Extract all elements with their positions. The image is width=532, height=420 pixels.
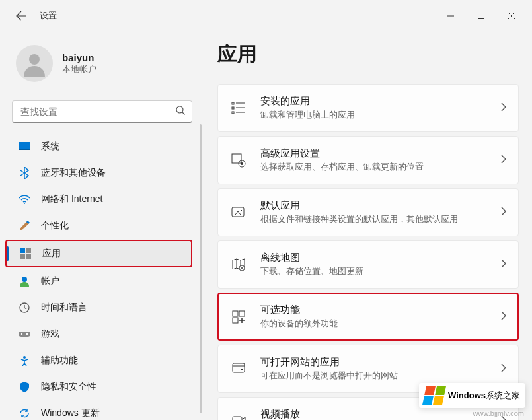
search-input[interactable]: [13, 106, 169, 117]
svg-rect-22: [232, 207, 244, 217]
sidebar-item-personalization[interactable]: 个性化: [5, 213, 192, 238]
card-text: 默认应用 根据文件和链接种类设置的默认应用，其他默认应用: [260, 199, 488, 225]
user-info: baiyun 本地帐户: [62, 52, 96, 75]
maximize-button[interactable]: [466, 5, 496, 26]
card-offline-maps[interactable]: 离线地图 下载、存储位置、地图更新: [217, 240, 519, 289]
update-icon: [19, 407, 30, 419]
svg-rect-17: [232, 107, 234, 109]
website-icon: [230, 361, 247, 378]
svg-point-1: [29, 54, 40, 65]
titlebar-left: 设置: [5, 8, 57, 24]
chevron-right-icon: [501, 155, 506, 166]
card-default-apps[interactable]: 默认应用 根据文件和链接种类设置的默认应用，其他默认应用: [217, 188, 519, 236]
sidebar-item-network[interactable]: 网络和 Internet: [5, 187, 192, 212]
window-controls: [436, 5, 527, 26]
shield-icon: [19, 381, 30, 393]
card-text: 高级应用设置 选择获取应用、存档应用、卸载更新的位置: [260, 147, 488, 173]
arrow-left-icon: [16, 11, 26, 21]
person-icon: [21, 50, 48, 77]
svg-rect-16: [232, 102, 234, 104]
svg-rect-28: [233, 417, 242, 421]
chevron-right-icon: [501, 363, 506, 375]
card-sub: 卸载和管理电脑上的应用: [260, 109, 488, 121]
chevron-right-icon: [501, 311, 506, 323]
sidebar-item-apps[interactable]: 应用: [5, 240, 192, 267]
card-installed-apps[interactable]: 安装的应用 卸载和管理电脑上的应用: [217, 84, 519, 132]
card-text: 安装的应用 卸载和管理电脑上的应用: [260, 95, 488, 121]
app-gear-icon: [230, 152, 247, 169]
card-title: 可选功能: [260, 304, 488, 316]
card-title: 默认应用: [260, 199, 488, 212]
svg-rect-0: [478, 13, 484, 19]
nav-label: 应用: [42, 248, 61, 260]
sidebar-item-gaming[interactable]: 游戏: [5, 322, 192, 347]
card-advanced-app-settings[interactable]: 高级应用设置 选择获取应用、存档应用、卸载更新的位置: [217, 136, 519, 184]
svg-point-10: [22, 277, 27, 282]
sidebar-item-time-language[interactable]: 时间和语言: [5, 295, 192, 320]
svg-rect-6: [20, 248, 25, 253]
avatar: [16, 45, 53, 82]
username: baiyun: [62, 52, 96, 63]
sidebar-item-accounts[interactable]: 帐户: [5, 269, 192, 294]
sidebar-item-bluetooth[interactable]: 蓝牙和其他设备: [5, 160, 192, 186]
svg-rect-25: [239, 311, 245, 316]
chevron-right-icon: [501, 259, 506, 271]
video-icon: [230, 413, 247, 421]
svg-point-5: [24, 203, 25, 204]
sidebar-item-accessibility[interactable]: 辅助功能: [5, 348, 192, 373]
apps-icon: [20, 248, 32, 260]
nav-label: 游戏: [41, 328, 59, 340]
map-icon: [230, 256, 247, 273]
list-icon: [230, 100, 247, 117]
card-title: 视频播放: [260, 408, 488, 420]
sidebar-item-privacy[interactable]: 隐私和安全性: [5, 374, 192, 400]
clock-icon: [19, 302, 30, 314]
svg-rect-18: [232, 112, 234, 114]
svg-rect-19: [232, 154, 241, 163]
card-text: 离线地图 下载、存储位置、地图更新: [260, 252, 488, 277]
nav-label: 网络和 Internet: [41, 193, 102, 205]
svg-rect-26: [233, 318, 238, 323]
sidebar: baiyun 本地帐户 系统 蓝牙和其他设备 网络和 Internet: [0, 32, 202, 420]
page-title: 应用: [217, 41, 519, 68]
close-icon: [508, 13, 515, 19]
card-text: 视频播放 视频调整、HDR 流式处理、电: [260, 408, 488, 420]
person-icon: [19, 275, 30, 287]
svg-point-21: [241, 162, 243, 165]
branding-text: Windows系统之家: [448, 390, 520, 402]
search-icon[interactable]: [169, 106, 192, 118]
card-text: 可打开网站的应用 可在应用而不是浏览器中打开的网站: [260, 356, 488, 382]
svg-point-15: [23, 356, 26, 359]
card-title: 高级应用设置: [260, 147, 488, 160]
accessibility-icon: [19, 355, 30, 367]
add-square-icon: [230, 308, 247, 326]
user-section[interactable]: baiyun 本地帐户: [3, 38, 202, 95]
back-button[interactable]: [13, 8, 29, 24]
nav-label: 蓝牙和其他设备: [41, 167, 106, 179]
nav-label: 辅助功能: [41, 355, 78, 367]
gamepad-icon: [19, 328, 30, 340]
sidebar-item-system[interactable]: 系统: [5, 134, 192, 159]
svg-rect-8: [20, 254, 25, 259]
svg-point-2: [176, 106, 183, 113]
card-sub: 选择获取应用、存档应用、卸载更新的位置: [260, 161, 488, 173]
nav-label: 个性化: [41, 220, 69, 232]
svg-rect-12: [19, 332, 30, 337]
search-box[interactable]: [12, 100, 192, 123]
close-button[interactable]: [496, 5, 527, 26]
minimize-button[interactable]: [436, 5, 466, 26]
titlebar: 设置: [0, 0, 532, 32]
sidebar-item-windows-update[interactable]: Windows 更新: [5, 401, 192, 420]
user-type: 本地帐户: [62, 63, 96, 75]
wifi-icon: [19, 193, 30, 205]
svg-rect-24: [233, 311, 238, 316]
svg-point-13: [21, 333, 22, 335]
card-optional-features[interactable]: 可选功能 你的设备的额外功能: [217, 293, 519, 341]
card-title: 安装的应用: [260, 95, 488, 108]
nav-label: 系统: [41, 141, 59, 153]
card-list: 安装的应用 卸载和管理电脑上的应用 高级应用设置 选择获取应用、存档应用、卸载更…: [217, 84, 519, 420]
chevron-right-icon: [501, 207, 506, 219]
display-icon: [19, 141, 30, 153]
nav-label: 帐户: [41, 275, 59, 287]
branding-overlay: Windows系统之家: [419, 383, 525, 408]
